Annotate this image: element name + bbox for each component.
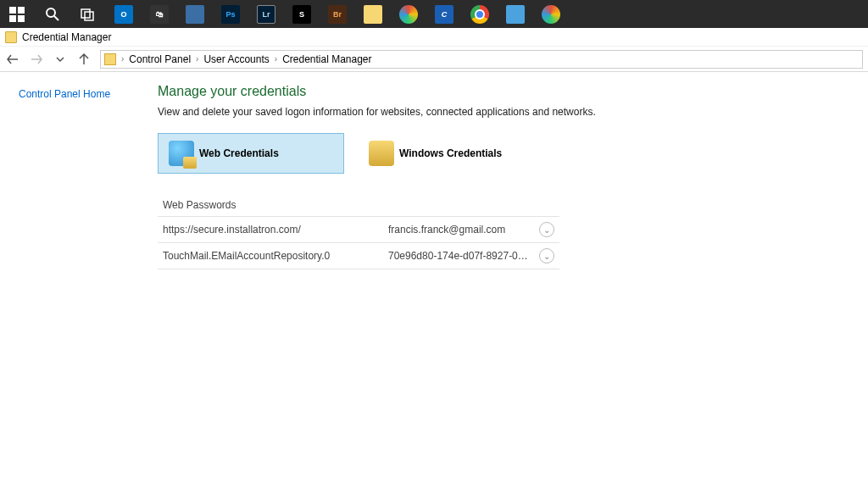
svg-rect-2 <box>9 15 16 22</box>
forward-button[interactable] <box>29 52 44 67</box>
globe-icon <box>169 141 194 166</box>
taskbar-app-card[interactable] <box>504 3 527 26</box>
sidebar: Control Panel Home <box>0 72 153 488</box>
breadcrumb-item[interactable]: Credential Manager <box>282 53 371 65</box>
recent-dropdown[interactable] <box>53 52 68 67</box>
taskbar: O 🛍 Ps Lr S Br C <box>0 0 868 28</box>
control-panel-home-link[interactable]: Control Panel Home <box>19 88 110 100</box>
page-subtext: View and delete your saved logon informa… <box>158 106 851 118</box>
taskbar-app-store[interactable]: 🛍 <box>147 3 171 26</box>
task-view-icon[interactable] <box>76 3 100 26</box>
taskbar-app-bridge[interactable]: Br <box>326 3 349 26</box>
chevron-right-icon: › <box>275 54 277 64</box>
svg-line-5 <box>54 16 58 20</box>
breadcrumb[interactable]: › Control Panel › User Accounts › Creden… <box>100 50 863 69</box>
main-panel: Manage your credentials View and delete … <box>153 72 868 488</box>
taskbar-app-picasa1[interactable] <box>397 3 420 26</box>
taskbar-app-photos[interactable] <box>183 3 207 26</box>
taskbar-app-explorer[interactable] <box>361 3 385 26</box>
svg-rect-6 <box>81 9 90 18</box>
tab-label: Web Credentials <box>199 147 279 159</box>
credential-row[interactable]: TouchMail.EMailAccountRepository.0 70e96… <box>158 242 559 269</box>
chevron-right-icon: › <box>121 54 124 64</box>
svg-rect-1 <box>18 7 25 14</box>
window-title: Credential Manager <box>22 31 111 43</box>
window-titlebar: Credential Manager <box>0 28 868 47</box>
start-button[interactable] <box>5 3 29 26</box>
credential-manager-icon <box>5 31 17 43</box>
credential-user: francis.franck@gmail.com <box>388 224 532 236</box>
credential-list: https://secure.installatron.com/ francis… <box>158 216 559 269</box>
credential-site: https://secure.installatron.com/ <box>163 224 388 236</box>
section-title: Web Passwords <box>163 199 851 211</box>
svg-rect-7 <box>85 12 93 20</box>
windows-credentials-tab[interactable]: Windows Credentials <box>358 133 544 174</box>
control-panel-icon <box>104 53 116 65</box>
svg-rect-0 <box>9 7 16 14</box>
taskbar-app-sonos[interactable]: S <box>290 3 314 26</box>
taskbar-app-outlook[interactable]: O <box>112 3 136 26</box>
taskbar-app-lightroom[interactable]: Lr <box>254 3 278 26</box>
expand-icon[interactable]: ⌄ <box>539 248 554 263</box>
page-heading: Manage your credentials <box>158 84 851 99</box>
taskbar-app-photoshop[interactable]: Ps <box>219 3 242 26</box>
credential-site: TouchMail.EMailAccountRepository.0 <box>163 250 388 262</box>
search-icon[interactable] <box>41 3 64 26</box>
credential-user: 70e96d80-174e-d07f-8927-0e3f20e... <box>388 250 532 262</box>
svg-point-4 <box>47 8 55 17</box>
expand-icon[interactable]: ⌄ <box>539 222 554 237</box>
taskbar-app-chrome[interactable] <box>468 3 492 26</box>
chevron-right-icon: › <box>196 54 198 64</box>
credential-type-tabs: Web Credentials Windows Credentials <box>158 133 851 174</box>
web-credentials-tab[interactable]: Web Credentials <box>158 133 344 174</box>
back-button[interactable] <box>5 52 20 67</box>
breadcrumb-item[interactable]: Control Panel <box>129 53 191 65</box>
credential-row[interactable]: https://secure.installatron.com/ francis… <box>158 216 559 242</box>
tab-label: Windows Credentials <box>399 147 502 159</box>
breadcrumb-item[interactable]: User Accounts <box>203 53 269 65</box>
content-area: Control Panel Home Manage your credentia… <box>0 72 868 488</box>
taskbar-app-ccleaner[interactable]: C <box>432 3 456 26</box>
svg-rect-3 <box>18 15 25 22</box>
taskbar-app-picasa2[interactable] <box>539 3 563 26</box>
vault-icon <box>369 141 394 166</box>
up-button[interactable] <box>76 52 92 67</box>
address-bar: › Control Panel › User Accounts › Creden… <box>0 47 868 72</box>
